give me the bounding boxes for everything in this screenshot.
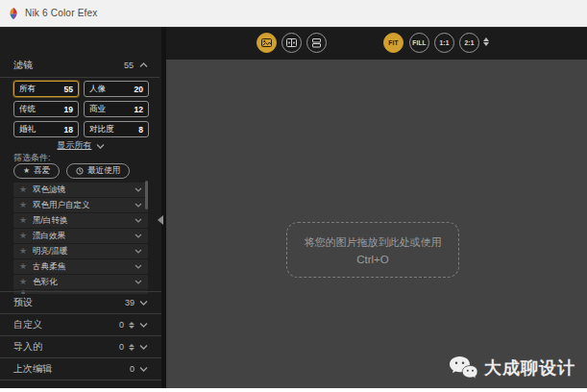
zoom-fit-button[interactable]: FIT <box>383 33 404 53</box>
preview-toolbar: FIT FILL 1:1 2:1 <box>166 27 587 60</box>
filter-row-bicolor-user[interactable]: ★ 双色用户自定义 <box>13 198 148 212</box>
filters-section-header[interactable]: 滤镜 55 <box>0 58 161 73</box>
category-label: 所有 <box>19 84 64 95</box>
zoom-fill-button[interactable]: FILL <box>409 33 429 53</box>
stepper-icon[interactable] <box>129 322 135 329</box>
sidebar: 滤镜 55 所有 55 人像 20 传统 19 <box>0 27 161 388</box>
category-button-traditional[interactable]: 传统 19 <box>13 101 79 117</box>
watermark-label: 大成聊设计 <box>484 356 575 380</box>
chevron-down-icon[interactable] <box>139 366 148 372</box>
favorite-star-icon[interactable]: ★ <box>19 232 27 240</box>
section-label: 预设 <box>13 296 125 309</box>
wechat-icon <box>449 355 477 380</box>
zoom-1-1-button[interactable]: 1:1 <box>434 33 454 53</box>
zoom-2-1-label: 2:1 <box>465 39 475 46</box>
filter-list-scrollbar[interactable] <box>145 181 148 209</box>
category-count: 12 <box>135 105 143 114</box>
filter-name: 黑/白转换 <box>33 215 135 227</box>
filter-name: 双色用户自定义 <box>33 200 135 211</box>
section-imported[interactable]: 导入的 0 <box>0 335 161 357</box>
filter-row-bicolor[interactable]: ★ 双色滤镜 <box>13 183 148 197</box>
section-count: 0 <box>130 364 135 374</box>
sidebar-sections: 预设 39 自定义 0 导入的 0 上次编辑 <box>0 291 161 380</box>
chevron-down-icon <box>96 143 105 149</box>
filter-name: 古典柔焦 <box>33 261 135 273</box>
app-icon <box>8 8 19 19</box>
category-count: 55 <box>64 85 73 94</box>
dropzone-text: 将您的图片拖放到此处或使用 <box>305 235 442 250</box>
chevron-down-icon[interactable] <box>135 280 142 284</box>
section-custom[interactable]: 自定义 0 <box>0 313 161 335</box>
section-count: 0 <box>119 320 124 330</box>
filter-row-brilliance-warmth[interactable]: ★ 明亮/温暖 <box>13 244 148 258</box>
favorite-star-icon[interactable]: ★ <box>19 247 27 256</box>
chevron-down-icon[interactable] <box>135 233 142 238</box>
app-body: 滤镜 55 所有 55 人像 20 传统 19 <box>0 27 587 388</box>
section-presets[interactable]: 预设 39 <box>0 291 161 313</box>
filter-row-classical-soft-focus[interactable]: ★ 古典柔焦 <box>13 259 148 274</box>
favorite-star-icon[interactable]: ★ <box>19 201 27 209</box>
sidebar-collapse-arrow[interactable] <box>158 215 163 225</box>
category-button-wedding[interactable]: 婚礼 18 <box>13 121 79 137</box>
filter-row-bw-conversion[interactable]: ★ 黑/白转换 <box>13 213 148 228</box>
section-label: 上次编辑 <box>13 362 130 376</box>
category-count: 18 <box>64 125 73 135</box>
favorite-star-icon[interactable]: ★ <box>19 262 27 271</box>
chevron-down-icon[interactable] <box>139 344 148 350</box>
chevron-down-icon[interactable] <box>135 203 142 208</box>
clock-icon <box>76 167 84 175</box>
side-by-side-preview-button[interactable] <box>306 33 327 53</box>
category-label: 商业 <box>89 104 135 115</box>
split-preview-button[interactable] <box>281 33 302 53</box>
favorites-label: 喜爱 <box>34 165 50 177</box>
favorite-star-icon[interactable]: ★ <box>19 278 27 286</box>
chevron-down-icon[interactable] <box>135 264 142 269</box>
section-count: 39 <box>125 298 135 307</box>
filter-row-colorize[interactable]: ★ 色彩化 <box>13 275 148 289</box>
dropzone-shortcut: Ctrl+O <box>356 254 389 265</box>
chevron-down-icon[interactable] <box>139 300 148 306</box>
show-all-label: 显示所有 <box>58 139 92 152</box>
category-button-commercial[interactable]: 商业 12 <box>84 101 149 117</box>
favorites-filter-button[interactable]: ★ 喜爱 <box>13 163 60 179</box>
filter-name: 漂白效果 <box>33 231 135 242</box>
favorite-star-icon[interactable]: ★ <box>19 185 27 194</box>
star-icon: ★ <box>23 167 30 175</box>
single-image-preview-button[interactable] <box>257 33 277 53</box>
criteria-pills: ★ 喜爱 最近使用 <box>13 163 130 179</box>
zoom-2-1-button[interactable]: 2:1 <box>459 33 479 53</box>
filter-row-bleach-bypass[interactable]: ★ 漂白效果 <box>13 229 148 243</box>
section-last-edit[interactable]: 上次编辑 0 <box>0 357 161 380</box>
filters-count: 55 <box>124 61 134 70</box>
category-button-all[interactable]: 所有 55 <box>13 81 79 97</box>
divider <box>0 380 161 380</box>
image-dropzone[interactable]: 将您的图片拖放到此处或使用 Ctrl+O <box>286 222 459 278</box>
category-label: 传统 <box>19 104 64 115</box>
section-label: 自定义 <box>13 318 119 331</box>
zoom-stepper[interactable] <box>483 37 489 46</box>
chevron-down-icon[interactable] <box>135 218 142 223</box>
filter-category-grid: 所有 55 人像 20 传统 19 商业 12 婚礼 18 <box>13 81 149 137</box>
category-label: 婚礼 <box>19 124 64 135</box>
section-label: 导入的 <box>13 340 119 354</box>
filter-name: 色彩化 <box>33 277 135 288</box>
category-label: 对比度 <box>89 124 138 135</box>
category-count: 19 <box>64 105 73 114</box>
chevron-down-icon[interactable] <box>135 249 142 254</box>
divider <box>0 77 159 78</box>
chevron-down-icon[interactable] <box>139 322 148 328</box>
favorite-star-icon[interactable]: ★ <box>19 216 27 225</box>
filter-name: 明亮/温暖 <box>33 246 135 257</box>
recently-used-filter-button[interactable]: 最近使用 <box>66 163 130 179</box>
category-button-contrast[interactable]: 对比度 8 <box>84 121 149 137</box>
filter-name: 双色滤镜 <box>33 184 135 196</box>
window-title: Nik 6 Color Efex <box>25 8 97 18</box>
category-count: 20 <box>135 85 143 94</box>
zoom-fill-label: FILL <box>412 39 427 46</box>
chevron-down-icon[interactable] <box>135 187 142 192</box>
stepper-icon[interactable] <box>129 344 135 351</box>
category-button-portrait[interactable]: 人像 20 <box>84 81 149 97</box>
chevron-up-icon[interactable] <box>139 62 148 68</box>
filter-list: ★ 双色滤镜 ★ 双色用户自定义 ★ 黑/白转换 ★ 漂白效果 <box>0 183 161 294</box>
show-all-link[interactable]: 显示所有 <box>0 139 161 152</box>
